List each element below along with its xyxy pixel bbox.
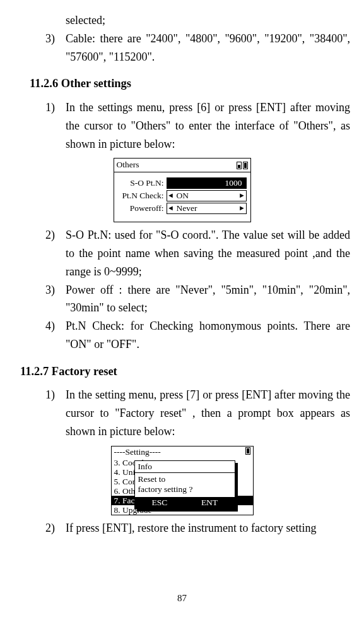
field-label: Poweroff: [118, 203, 167, 214]
arrow-right-icon[interactable]: ► [238, 191, 246, 200]
battery-icon [243, 162, 248, 169]
field-value-selected[interactable]: 1000 [167, 177, 247, 189]
ent-button[interactable]: ENT [185, 497, 235, 508]
arrow-right-icon[interactable]: ► [238, 204, 246, 213]
menu-list: 3. Coordinate 4. Units 5. Comm. 6. Other… [112, 458, 253, 515]
field-selector[interactable]: ◄ ON ► [167, 190, 247, 201]
field-label: Pt.N Check: [118, 190, 167, 201]
field-value: Never [175, 203, 238, 214]
screen-titlebar: Others [114, 159, 250, 172]
figure-factory-reset-screen: ----Setting---- 3. Coordinate 4. Units 5… [14, 446, 350, 515]
dialog-buttons: ESC ENT [135, 497, 235, 508]
heading-other-settings: 11.2.6 Other settings [14, 75, 350, 93]
list-number: 1) [45, 99, 66, 153]
esc-button[interactable]: ESC [135, 497, 185, 508]
field-poweroff: Poweroff: ◄ Never ► [118, 203, 247, 214]
other-li3: 3) Power off : there are "Never", "5min"… [14, 281, 350, 318]
screen-title: Others [117, 160, 235, 171]
signal-icon [237, 162, 242, 169]
document-page: selected; 3) Cable: there are "2400", "4… [0, 0, 364, 617]
list-body: S-O Pt.N: used for "S-O coord.". The val… [66, 226, 350, 280]
field-selector[interactable]: ◄ Never ► [167, 203, 247, 214]
heading-factory-reset: 11.2.7 Factory reset [14, 362, 350, 381]
device-screen-factory-reset: ----Setting---- 3. Coordinate 4. Units 5… [111, 446, 254, 515]
confirm-dialog: Info Reset to factory setting ? ESC ENT [134, 460, 235, 509]
list-body: In the setting menu, press [7] or press … [66, 386, 350, 440]
field-ptn-check: Pt.N Check: ◄ ON ► [118, 190, 247, 201]
field-label: S-O Pt.N: [118, 177, 167, 189]
screen-title: ----Setting---- [114, 447, 244, 457]
field-value: ON [175, 191, 238, 201]
list-body: In the settings menu, press [6] or press… [66, 99, 350, 153]
list-number: 2) [45, 519, 66, 537]
field-so-ptn: S-O Pt.N: 1000 [118, 177, 247, 189]
figure-others-screen: Others S-O Pt.N: 1000 Pt.N Check: ◄ ON ► [14, 158, 350, 222]
screen-titlebar: ----Setting---- [112, 446, 253, 458]
list-number: 2) [45, 226, 66, 280]
device-screen-others: Others S-O Pt.N: 1000 Pt.N Check: ◄ ON ► [114, 158, 251, 222]
arrow-left-icon[interactable]: ◄ [167, 191, 175, 200]
list-number: 3) [45, 30, 66, 66]
factory-li1: 1) In the setting menu, press [7] or pre… [14, 386, 350, 440]
other-li2: 2) S-O Pt.N: used for "S-O coord.". The … [14, 226, 350, 280]
paragraph-tail: selected; [14, 11, 350, 30]
list-body: Power off : there are "Never", "5min", "… [66, 281, 350, 318]
arrow-left-icon[interactable]: ◄ [167, 204, 175, 213]
factory-li2: 2) If press [ENT], restore the instrumen… [14, 519, 350, 537]
list-body: If press [ENT], restore the instrument t… [66, 519, 350, 537]
dialog-text-line: factory setting ? [138, 484, 232, 494]
dialog-body: Reset to factory setting ? [135, 473, 235, 496]
list-number: 3) [45, 281, 66, 318]
other-li4: 4) Pt.N Check: for Checking homonymous p… [14, 317, 350, 354]
list-number: 1) [45, 386, 66, 440]
battery-icon [245, 447, 250, 455]
list-number: 4) [45, 317, 66, 354]
dialog-text-line: Reset to [138, 474, 232, 484]
screen-body: S-O Pt.N: 1000 Pt.N Check: ◄ ON ► Powero… [114, 172, 250, 222]
list-item-cable: 3) Cable: there are "2400", "4800", "960… [14, 30, 350, 66]
dialog-title: Info [135, 461, 235, 473]
other-li1: 1) In the settings menu, press [6] or pr… [14, 99, 350, 153]
page-number: 87 [0, 590, 364, 606]
list-body: Cable: there are "2400", "4800", "9600",… [66, 30, 350, 66]
list-body: Pt.N Check: for Checking homonymous poin… [66, 317, 350, 354]
